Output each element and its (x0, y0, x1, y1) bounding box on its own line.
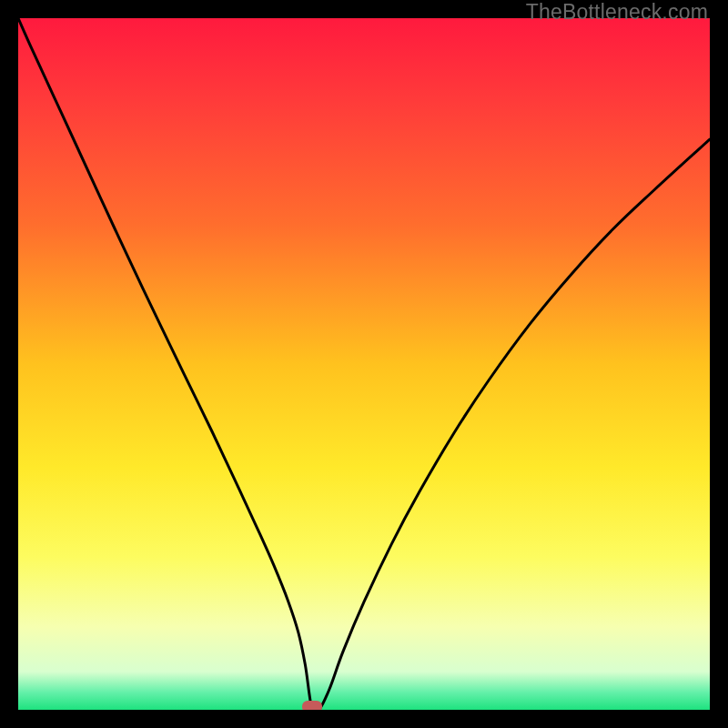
bottleneck-chart (18, 18, 710, 710)
gradient-background (18, 18, 710, 710)
chart-frame (18, 18, 710, 710)
optimal-point-marker (302, 701, 322, 710)
watermark-text: TheBottleneck.com (526, 0, 708, 25)
